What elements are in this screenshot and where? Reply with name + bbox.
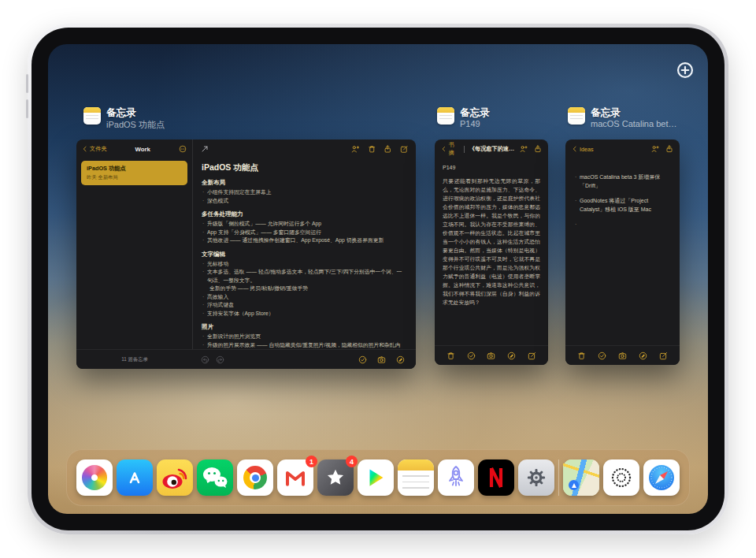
photos-flower-icon (82, 465, 107, 490)
back-button[interactable]: 书摘 (441, 141, 459, 157)
collaborate-icon[interactable] (651, 145, 659, 153)
dock-app-favorites[interactable]: 4 (317, 459, 354, 496)
netflix-n-icon (487, 467, 506, 489)
notes-app-icon (437, 107, 454, 125)
note-section: 多任务处理能力 升级版「侧拉模式」—— 允许同时运行多个 App App 支持「… (202, 210, 406, 245)
play-triangle-icon (364, 466, 387, 489)
notes-count: 11 篇备忘录 (76, 356, 193, 363)
note-body: iPadOS 功能点 全新布局 小组件支持固定在主屏幕上 深色模式 多任务处理能… (193, 158, 416, 369)
new-window-button[interactable] (676, 61, 694, 79)
volume-down-button[interactable] (26, 99, 28, 118)
compose-icon[interactable] (528, 352, 536, 360)
dock: 1 4 (66, 449, 690, 506)
dotted-dial-icon (603, 459, 639, 496)
dock-app-maps[interactable] (563, 459, 599, 496)
dock-app-filmdial[interactable] (603, 459, 639, 496)
window-app-name: 备忘录 (460, 107, 490, 119)
notes-window-p149[interactable]: 书摘 《每况愈下的速度》 P149 只要还能看到那种无边无际的草原，那么，无论面… (435, 140, 548, 365)
note-toolbar (565, 345, 680, 365)
dock-app-settings[interactable] (518, 459, 554, 496)
more-options-icon[interactable] (179, 145, 187, 153)
window-app-name: 备忘录 (106, 107, 165, 119)
dock-app-weibo[interactable] (157, 459, 193, 496)
notes-app-icon (83, 107, 101, 125)
share-icon[interactable] (384, 145, 392, 154)
collaborate-icon[interactable] (351, 145, 360, 154)
note-body: P149 只要还能看到那种无边无际的草原，那么，无论面对的是施加压力、下达命令、… (435, 158, 548, 365)
note-paragraph: 只要还能看到那种无边无际的草原，那么，无论面对的是施加压力、下达命令、进行瑕疵的… (443, 177, 540, 307)
dock-app-gmail[interactable]: 1 (277, 459, 313, 496)
chrome-logo-icon (243, 466, 267, 489)
chevron-left-icon (82, 146, 88, 152)
window-label-2[interactable]: 备忘录 P149 (437, 107, 490, 128)
note-toolbar (435, 345, 548, 365)
markup-icon[interactable] (639, 352, 647, 360)
wechat-bubbles-icon (197, 459, 233, 496)
ipad-device: 备忘录 iPadOS 功能点 文件夹 Work (28, 24, 728, 534)
dock-app-wechat[interactable] (197, 459, 233, 496)
trash-icon[interactable] (447, 352, 455, 360)
note-title: P149 (443, 165, 540, 170)
checklist-icon[interactable] (598, 352, 606, 360)
notes-window-catalina[interactable]: Ideas macOS Catalina beta 3 新增屏保「Drift」 … (565, 140, 680, 365)
note-bullet: macOS Catalina beta 3 新增屏保「Drift」 (573, 173, 672, 190)
star-icon (325, 467, 346, 488)
dock-app-googleplay[interactable] (358, 459, 394, 496)
collaborate-icon[interactable] (520, 145, 528, 153)
notes-sidebar: 文件夹 Work iPadOS 功能点 昨天 全新布局 (76, 140, 193, 369)
dock-app-photos[interactable] (76, 459, 113, 496)
note-item-title: iPadOS 功能点 (87, 165, 182, 173)
expand-icon[interactable] (201, 145, 209, 153)
app-expose-screen: 备忘录 iPadOS 功能点 文件夹 Work (48, 44, 708, 514)
dock-divider (558, 459, 559, 496)
window-label-3[interactable]: 备忘录 macOS Catalina bet… (568, 107, 676, 128)
note-editor: iPadOS 功能点 全新布局 小组件支持固定在主屏幕上 深色模式 多任务处理能… (193, 140, 416, 369)
note-item-meta: 昨天 全新布局 (87, 174, 182, 181)
gmail-m-icon (283, 465, 308, 490)
appstore-a-icon (124, 467, 146, 489)
checklist-icon[interactable] (358, 355, 367, 364)
share-icon[interactable] (665, 145, 673, 153)
dock-app-netflix[interactable] (478, 459, 514, 496)
gear-icon (523, 464, 550, 491)
volume-up-button[interactable] (26, 74, 28, 93)
window-subtitle: macOS Catalina bet… (591, 119, 676, 128)
dock-app-appstore[interactable] (117, 459, 153, 496)
chevron-left-icon (441, 146, 447, 152)
window-label-1[interactable]: 备忘录 iPadOS 功能点 (83, 107, 165, 131)
back-button[interactable]: Ideas (572, 146, 594, 153)
camera-icon[interactable] (618, 352, 627, 360)
note-body: macOS Catalina beta 3 新增屏保「Drift」 GoodNo… (565, 158, 680, 365)
checklist-icon[interactable] (467, 352, 476, 360)
note-title: iPadOS 功能点 (202, 162, 406, 173)
compose-icon[interactable] (659, 352, 668, 360)
trash-icon[interactable] (577, 352, 586, 360)
notification-badge: 1 (306, 456, 317, 467)
rocket-icon (438, 459, 474, 496)
trash-icon[interactable] (368, 145, 376, 154)
notes-window-ipados[interactable]: 文件夹 Work iPadOS 功能点 昨天 全新布局 (76, 140, 416, 369)
redo-icon[interactable] (216, 355, 224, 364)
dock-app-chrome[interactable] (237, 459, 273, 496)
back-to-folders-button[interactable]: 文件夹 (82, 145, 107, 153)
weibo-eye-icon (157, 459, 193, 496)
undo-icon[interactable] (201, 355, 209, 364)
notification-badge: 4 (346, 456, 358, 467)
note-header-title: 《每况愈下的速度》 (469, 145, 517, 153)
dock-app-safari[interactable] (643, 459, 680, 496)
camera-icon[interactable] (487, 352, 495, 360)
camera-icon[interactable] (377, 355, 386, 364)
dock-app-notes[interactable] (398, 459, 434, 496)
notes-icon-header (398, 459, 434, 471)
note-bullet: GoodNotes 将通过「Project Catalyst」移植 iOS 版至… (573, 197, 672, 214)
window-app-name: 备忘录 (591, 107, 676, 119)
markup-icon[interactable] (396, 355, 405, 364)
share-icon[interactable] (534, 145, 542, 153)
note-list-item-selected[interactable]: iPadOS 功能点 昨天 全新布局 (81, 161, 187, 185)
maps-navigation-icon (569, 480, 579, 490)
ipad-bezel: 备忘录 iPadOS 功能点 文件夹 Work (32, 28, 724, 530)
folder-title: Work (109, 146, 176, 153)
markup-icon[interactable] (507, 352, 516, 360)
compose-icon[interactable] (400, 145, 409, 154)
dock-app-rocket[interactable] (438, 459, 474, 496)
